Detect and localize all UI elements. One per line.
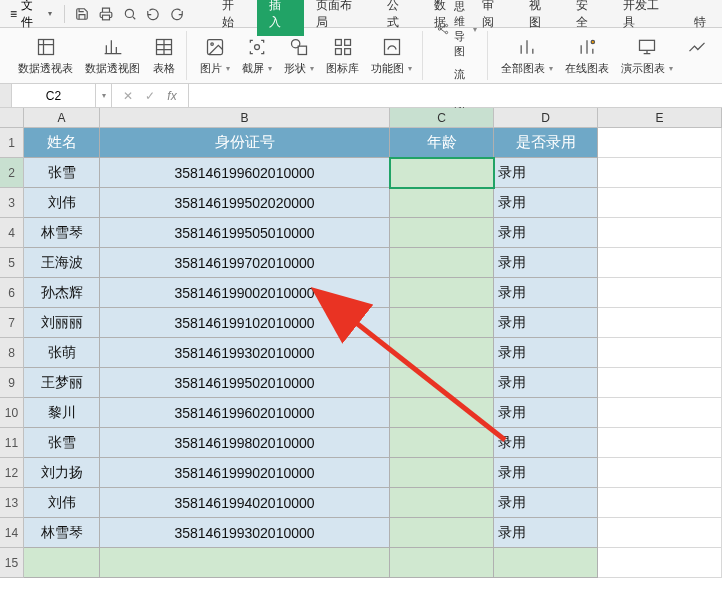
row-header-15[interactable]: 15 (0, 548, 23, 578)
cell-status[interactable]: 录用 (494, 308, 598, 338)
cell-age[interactable] (390, 398, 494, 428)
shapes-button[interactable]: 形状▾ (280, 33, 318, 78)
pivot-chart-button[interactable]: 数据透视图 (81, 33, 144, 78)
cell-status[interactable]: 录用 (494, 518, 598, 548)
cell-name[interactable]: 林雪琴 (24, 218, 100, 248)
cell-age[interactable] (390, 248, 494, 278)
cell-id[interactable]: 358146199602010000 (100, 158, 390, 188)
save-icon[interactable] (71, 3, 93, 25)
file-menu[interactable]: ≡ 文件 ▾ (4, 0, 58, 33)
chart-type-1-button[interactable] (681, 33, 713, 78)
header-name[interactable]: 姓名 (24, 128, 100, 158)
cancel-icon[interactable]: ✕ (120, 88, 136, 104)
row-header-2[interactable]: 2 (0, 158, 23, 188)
cell-age[interactable] (390, 218, 494, 248)
cell-name[interactable]: 张萌 (24, 338, 100, 368)
cell-empty[interactable] (598, 308, 722, 338)
all-charts-button[interactable]: 全部图表▾ (497, 33, 557, 78)
cell-empty[interactable] (598, 488, 722, 518)
chart-type-2-button[interactable] (717, 33, 722, 78)
cell-status[interactable]: 录用 (494, 248, 598, 278)
row-header-5[interactable]: 5 (0, 248, 23, 278)
cell-empty[interactable] (598, 278, 722, 308)
cell-name[interactable]: 刘力扬 (24, 458, 100, 488)
name-box[interactable]: C2 (12, 84, 96, 107)
cell-id[interactable]: 358146199902010000 (100, 458, 390, 488)
row-header-11[interactable]: 11 (0, 428, 23, 458)
cell-id[interactable]: 358146199002010000 (100, 278, 390, 308)
cell-empty[interactable] (598, 158, 722, 188)
cell-empty[interactable] (598, 188, 722, 218)
cell-name[interactable]: 黎川 (24, 398, 100, 428)
cell-empty[interactable] (598, 428, 722, 458)
cell-name[interactable]: 孙杰辉 (24, 278, 100, 308)
undo-icon[interactable] (142, 3, 164, 25)
row-header-6[interactable]: 6 (0, 278, 23, 308)
col-header-E[interactable]: E (598, 108, 722, 127)
cell-status[interactable]: 录用 (494, 398, 598, 428)
screenshot-button[interactable]: 截屏▾ (238, 33, 276, 78)
cell-age[interactable] (390, 518, 494, 548)
cell-empty[interactable] (494, 548, 598, 578)
cell-status[interactable]: 录用 (494, 488, 598, 518)
cell-status[interactable]: 录用 (494, 188, 598, 218)
cell-empty[interactable] (390, 548, 494, 578)
online-chart-button[interactable]: 在线图表 (561, 33, 613, 78)
cell-status[interactable]: 录用 (494, 158, 598, 188)
table-button[interactable]: 表格 (148, 33, 180, 78)
row-header-4[interactable]: 4 (0, 218, 23, 248)
cell-age[interactable] (390, 338, 494, 368)
function-plot-button[interactable]: 功能图▾ (367, 33, 416, 78)
redo-icon[interactable] (166, 3, 188, 25)
cell-empty[interactable] (598, 368, 722, 398)
cell-age[interactable] (390, 488, 494, 518)
cell-age[interactable] (390, 308, 494, 338)
cell-name[interactable]: 张雪 (24, 428, 100, 458)
cell-status[interactable]: 录用 (494, 428, 598, 458)
cell-age[interactable] (390, 278, 494, 308)
cell-empty[interactable] (598, 248, 722, 278)
cell-id[interactable]: 358146199802010000 (100, 428, 390, 458)
cell-name[interactable]: 王海波 (24, 248, 100, 278)
row-header-10[interactable]: 10 (0, 398, 23, 428)
header-age[interactable]: 年龄 (390, 128, 494, 158)
cell-name[interactable]: 王梦丽 (24, 368, 100, 398)
cell-id[interactable]: 358146199302010000 (100, 338, 390, 368)
cell-id[interactable]: 358146199302010000 (100, 518, 390, 548)
cell-status[interactable]: 录用 (494, 338, 598, 368)
header-status[interactable]: 是否录用 (494, 128, 598, 158)
row-header-14[interactable]: 14 (0, 518, 23, 548)
cell-empty[interactable] (598, 338, 722, 368)
cell-empty[interactable] (598, 218, 722, 248)
cell-id[interactable]: 358146199502020000 (100, 188, 390, 218)
cell-age[interactable] (390, 458, 494, 488)
fx-icon[interactable]: fx (164, 88, 180, 104)
name-box-dropdown[interactable]: ▾ (96, 84, 112, 107)
row-header-12[interactable]: 12 (0, 458, 23, 488)
formula-input[interactable] (189, 84, 722, 107)
col-header-A[interactable]: A (24, 108, 100, 127)
header-id[interactable]: 身份证号 (100, 128, 390, 158)
cell-name[interactable]: 刘丽丽 (24, 308, 100, 338)
cell-empty[interactable] (598, 458, 722, 488)
picture-button[interactable]: 图片▾ (196, 33, 234, 78)
cell-status[interactable]: 录用 (494, 218, 598, 248)
cell-empty[interactable] (598, 128, 722, 158)
cell-status[interactable]: 录用 (494, 458, 598, 488)
cell-status[interactable]: 录用 (494, 368, 598, 398)
col-header-C[interactable]: C (390, 108, 494, 127)
cell-id[interactable]: 358146199702010000 (100, 248, 390, 278)
col-header-D[interactable]: D (494, 108, 598, 127)
cell-age[interactable] (390, 368, 494, 398)
cell-name[interactable]: 林雪琴 (24, 518, 100, 548)
row-header-9[interactable]: 9 (0, 368, 23, 398)
cell-empty[interactable] (598, 548, 722, 578)
cell-age[interactable] (390, 188, 494, 218)
cell-name[interactable]: 张雪 (24, 158, 100, 188)
row-header-7[interactable]: 7 (0, 308, 23, 338)
cell-name[interactable]: 刘伟 (24, 488, 100, 518)
cell-id[interactable]: 358146199402010000 (100, 488, 390, 518)
row-header-8[interactable]: 8 (0, 338, 23, 368)
cell-empty[interactable] (598, 398, 722, 428)
print-preview-icon[interactable] (119, 3, 141, 25)
